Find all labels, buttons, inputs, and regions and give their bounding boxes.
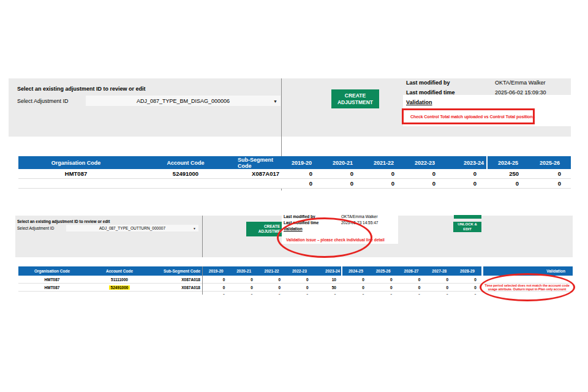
pane-divider	[202, 216, 203, 257]
year-value-cell: 0	[363, 179, 404, 188]
year-value-cell: 0	[285, 276, 313, 283]
column-header-organisation-code: Organisation Code	[18, 156, 134, 169]
column-header-year: 2020-21	[322, 156, 363, 169]
org-code-cell: HMT087	[18, 169, 134, 178]
account-code-cell	[86, 292, 153, 295]
adjustment-id-select[interactable]: ADJ_087_TYPE_BM_DISAG_000006 ▼	[86, 96, 281, 106]
year-value-cell: 0	[230, 276, 257, 283]
year-value-cell: 0	[529, 179, 571, 188]
column-header-year: 2023-24	[445, 156, 486, 169]
select-adjustment-label: Select Adjustment ID	[17, 226, 54, 230]
validation-message: Check Control Total match uploaded vs Co…	[404, 115, 535, 119]
column-header-year: 2024-25	[486, 156, 529, 169]
column-header-organisation-code: Organisation Code	[18, 266, 86, 276]
year-value-cell: 50	[314, 284, 341, 291]
year-value-cell: 0	[202, 276, 230, 283]
year-value-cell: 0	[398, 276, 426, 283]
year-value-cell: 0	[258, 276, 285, 283]
year-value-cell: 0	[230, 284, 257, 291]
column-header-year: 2027-28	[425, 266, 453, 276]
year-value-cell: 0	[425, 284, 453, 291]
org-code-cell: HMT087	[18, 276, 86, 283]
year-value-cell: 0	[453, 292, 481, 295]
sub-segment-cell	[153, 292, 202, 295]
year-value-cell: 0	[445, 169, 486, 178]
screenshot-canvas: Select an existing adjustment ID to revi…	[0, 0, 588, 392]
column-header-year: 2019-20	[202, 266, 230, 276]
account-code-cell: 52491000	[134, 169, 238, 178]
sub-segment-cell: X087A018	[153, 284, 202, 291]
top-adjustment-table: Organisation Code Account Code Sub-Segme…	[18, 156, 571, 189]
year-value-cell: 0	[341, 284, 369, 291]
year-value-cell: 0	[281, 179, 322, 188]
year-value-cell: 0	[230, 292, 257, 295]
last-modified-by-value: OKTA/Emma Walker	[341, 214, 378, 219]
column-header-year: 2021-22	[363, 156, 404, 169]
year-value-cell: 0	[322, 169, 363, 178]
create-adjustment-button[interactable]: CREATE ADJUSTMENT	[331, 89, 379, 108]
year-value-cell: 0	[453, 284, 481, 291]
column-header-year: 2028-29	[453, 266, 481, 276]
validation-label: Validation	[406, 99, 432, 105]
last-modified-by-label: Last modified by	[406, 80, 450, 86]
sub-segment-cell	[238, 179, 281, 188]
year-value-cell: 0	[281, 169, 322, 178]
column-header-sub-segment-code: Sub-Segment Code	[238, 156, 281, 169]
unlock-edit-button[interactable]: UNLOCK & EDIT	[453, 222, 481, 232]
year-value-cell: 0	[314, 292, 341, 295]
column-header-year: 2022-23	[285, 266, 313, 276]
adjustment-id-value: ADJ_087_TYPE_OUTTURN_000007	[99, 226, 165, 230]
year-value-cell: 0	[202, 284, 230, 291]
year-value-cell: 0	[425, 276, 453, 283]
last-modified-time-value: 2025-06-02 15:09:30	[495, 89, 546, 96]
account-code-cell: 52491000	[86, 284, 153, 291]
chevron-down-icon: ▼	[273, 99, 277, 103]
year-value-cell: 0	[369, 276, 398, 283]
column-header-year: 2023-24	[314, 266, 341, 276]
column-header-year: 2020-21	[230, 266, 257, 276]
adjustment-id-select[interactable]: ADJ_087_TYPE_OUTTURN_000007 ▼	[66, 225, 198, 232]
select-adjustment-heading: Select an existing adjustment ID to revi…	[17, 86, 146, 92]
column-header-year: 2022-23	[404, 156, 445, 169]
year-value-cell: 0	[285, 284, 313, 291]
year-value-cell: 0	[453, 276, 481, 283]
year-value-cell: 0	[398, 292, 426, 295]
table-header-row: Organisation Code Account Code Sub-Segme…	[18, 266, 573, 276]
year-value-cell: 0	[369, 284, 398, 291]
year-value-cell: 0	[369, 292, 398, 295]
year-value-cell: 0	[258, 284, 285, 291]
year-value-cell: 0	[529, 169, 571, 178]
validation-highlight-box: Check Control Total match uploaded vs Co…	[402, 108, 535, 124]
year-value-cell: 0	[404, 179, 445, 188]
column-header-account-code: Account Code	[86, 266, 153, 276]
year-value-cell: 0	[486, 179, 529, 188]
year-value-cell: 0	[363, 169, 404, 178]
select-adjustment-heading: Select an existing adjustment ID to revi…	[17, 219, 110, 224]
org-code-cell: HMT087	[18, 284, 86, 291]
sub-segment-cell: X087A018	[153, 276, 202, 283]
year-value-cell: 0	[202, 292, 230, 295]
truncated-green-button-bar	[454, 215, 481, 219]
year-value-cell: 250	[486, 169, 529, 178]
validation-annotation-ellipse	[277, 217, 372, 258]
pane-divider	[202, 266, 203, 295]
year-value-cell: 0	[425, 292, 453, 295]
column-header-year: 2024-25	[341, 266, 369, 276]
year-value-cell: 0	[404, 169, 445, 178]
table-row[interactable]: 0 0 0 0 0 0 0	[18, 179, 571, 189]
column-header-year: 2019-20	[281, 156, 322, 169]
select-adjustment-label: Select Adjustment ID	[17, 98, 69, 104]
account-code-cell	[134, 179, 238, 188]
last-modified-time-label: Last modified time	[406, 89, 455, 96]
year-value-cell: 0	[341, 292, 369, 295]
sub-segment-cell: X087A017	[238, 169, 281, 178]
last-modified-by-value: OKTA/Emma Walker	[495, 80, 546, 86]
org-code-cell	[18, 179, 134, 188]
year-value-cell: 0	[285, 292, 313, 295]
table-header-row: Organisation Code Account Code Sub-Segme…	[18, 156, 571, 169]
year-value-cell: 0	[322, 179, 363, 188]
column-header-year: 2025-26	[529, 156, 571, 169]
column-header-year: 2025-26	[369, 266, 398, 276]
highlighted-account-code: 52491000	[109, 285, 130, 290]
table-row[interactable]: HMT087 52491000 X087A017 0 0 0 0 0 250 0	[18, 169, 571, 179]
